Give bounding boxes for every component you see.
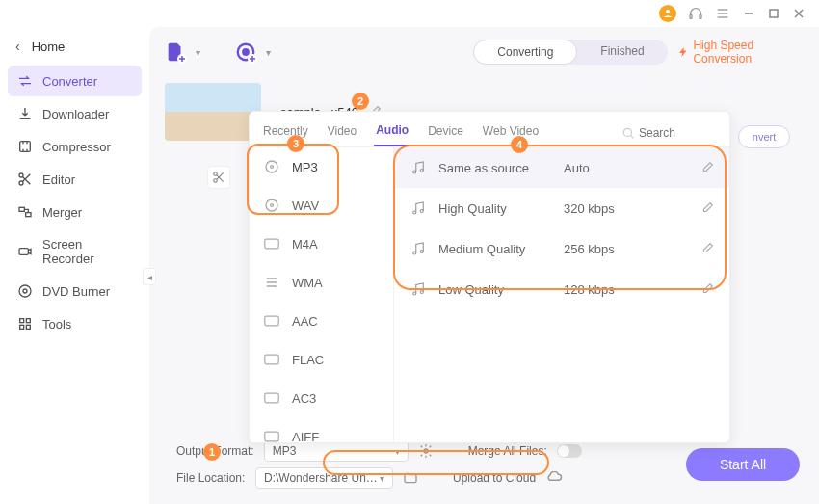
edit-icon[interactable] (700, 201, 714, 215)
home-label: Home (32, 40, 66, 54)
svg-point-38 (413, 171, 416, 173)
format-item-flac[interactable]: FLAC (250, 340, 393, 379)
file-location-select[interactable]: D:\Wondershare UniConverter 1 ▾ (255, 467, 393, 489)
headset-icon[interactable] (688, 6, 703, 21)
format-item-wma[interactable]: WMA (250, 263, 393, 302)
format-list: MP3 WAV M4A WMA AAC FLAC AC3 AIFF (250, 147, 394, 442)
sidebar-item-merger[interactable]: Merger (8, 197, 142, 227)
format-item-mp3[interactable]: MP3 (250, 147, 393, 186)
home-button[interactable]: ‹ Home (8, 33, 142, 60)
maximize-button[interactable] (767, 7, 780, 20)
tab-audio[interactable]: Audio (374, 119, 410, 146)
high-speed-conversion[interactable]: High Speed Conversion (677, 39, 804, 66)
tab-converting[interactable]: Converting (473, 40, 577, 65)
edit-icon[interactable] (700, 282, 714, 296)
cloud-icon[interactable] (545, 471, 563, 485)
format-item-aiff[interactable]: AIFF (250, 417, 393, 442)
svg-point-16 (19, 285, 31, 297)
svg-rect-36 (265, 393, 278, 403)
sidebar-item-editor[interactable]: Editor (8, 164, 142, 195)
quality-row-high[interactable]: High Quality 320 kbps (394, 188, 729, 228)
convert-button[interactable]: nvert (738, 125, 790, 148)
disc-icon (17, 283, 33, 299)
svg-rect-20 (20, 325, 24, 329)
svg-point-44 (413, 292, 416, 295)
trim-button[interactable] (207, 166, 230, 189)
svg-point-40 (413, 211, 416, 214)
svg-point-43 (420, 251, 423, 253)
disc-icon (263, 158, 280, 175)
tutorial-badge-4: 4 (511, 136, 528, 153)
format-icon (263, 389, 280, 407)
edit-icon[interactable] (700, 161, 714, 174)
music-icon (410, 240, 427, 257)
svg-rect-33 (265, 239, 278, 249)
avatar[interactable] (659, 5, 676, 22)
music-icon (410, 280, 427, 298)
format-icon (263, 274, 280, 291)
lightning-icon (677, 45, 690, 59)
menu-icon[interactable] (715, 6, 730, 21)
output-format-select[interactable]: MP3 ▾ (264, 440, 409, 462)
format-item-aac[interactable]: AAC (250, 302, 393, 340)
music-icon (410, 159, 427, 176)
quality-row-low[interactable]: Low Quality 128 kbps (394, 269, 729, 309)
svg-rect-14 (26, 213, 31, 217)
search-input[interactable] (639, 126, 706, 140)
sidebar-item-tools[interactable]: Tools (8, 308, 142, 339)
format-item-wav[interactable]: WAV (250, 186, 393, 225)
sidebar-item-screen-recorder[interactable]: Screen Recorder (8, 229, 142, 274)
converter-icon (17, 73, 33, 89)
format-popup: Recently Video Audio Device Web Video MP… (249, 111, 730, 443)
svg-point-26 (214, 172, 218, 176)
svg-point-32 (271, 204, 274, 207)
tab-device[interactable]: Device (426, 120, 465, 146)
grid-icon (17, 316, 33, 332)
sidebar-item-downloader[interactable]: Downloader (8, 98, 142, 129)
sidebar-item-label: Editor (42, 172, 75, 187)
svg-point-30 (271, 166, 274, 169)
svg-point-0 (666, 10, 670, 13)
sidebar-item-compressor[interactable]: Compressor (8, 131, 142, 162)
format-icon (263, 312, 280, 330)
add-file-icon[interactable] (165, 41, 186, 63)
tutorial-badge-2: 2 (352, 93, 369, 110)
topbar: ▾ ▾ Converting Finished High Speed Conve… (165, 39, 804, 66)
sidebar-item-label: Converter (42, 74, 97, 89)
svg-rect-13 (19, 207, 24, 211)
svg-rect-15 (19, 249, 28, 255)
quality-row-source[interactable]: Same as source Auto (394, 147, 729, 188)
add-disc-icon[interactable] (235, 41, 256, 63)
merge-toggle[interactable] (557, 444, 582, 458)
svg-rect-10 (20, 142, 31, 152)
collapse-sidebar-button[interactable]: ◂ (143, 268, 156, 285)
format-item-ac3[interactable]: AC3 (250, 379, 393, 417)
format-icon (263, 351, 280, 368)
svg-rect-1 (690, 14, 692, 18)
edit-icon[interactable] (700, 242, 714, 255)
sidebar-item-label: Downloader (42, 107, 109, 121)
sidebar-item-dvd-burner[interactable]: DVD Burner (8, 276, 142, 306)
quality-row-medium[interactable]: Medium Quality 256 kbps (394, 228, 729, 269)
music-icon (410, 199, 427, 217)
svg-point-12 (19, 181, 23, 185)
sidebar-item-converter[interactable]: Converter (8, 66, 142, 96)
start-all-button[interactable]: Start All (686, 448, 800, 481)
minimize-button[interactable] (742, 7, 755, 20)
svg-rect-37 (265, 432, 278, 441)
svg-point-41 (420, 210, 423, 213)
svg-point-11 (19, 173, 23, 177)
format-item-m4a[interactable]: M4A (250, 225, 393, 263)
titlebar (0, 0, 819, 27)
close-button[interactable] (792, 7, 806, 20)
tab-video[interactable]: Video (326, 120, 358, 146)
search-box[interactable] (621, 126, 718, 140)
folder-icon[interactable] (403, 470, 418, 486)
svg-rect-35 (265, 355, 278, 364)
quality-list: Same as source Auto High Quality 320 kbp… (394, 147, 729, 442)
svg-rect-21 (26, 325, 30, 329)
svg-point-39 (420, 170, 423, 172)
video-thumbnail[interactable] (165, 83, 261, 141)
tab-finished[interactable]: Finished (577, 40, 667, 65)
settings-icon[interactable] (418, 443, 434, 459)
